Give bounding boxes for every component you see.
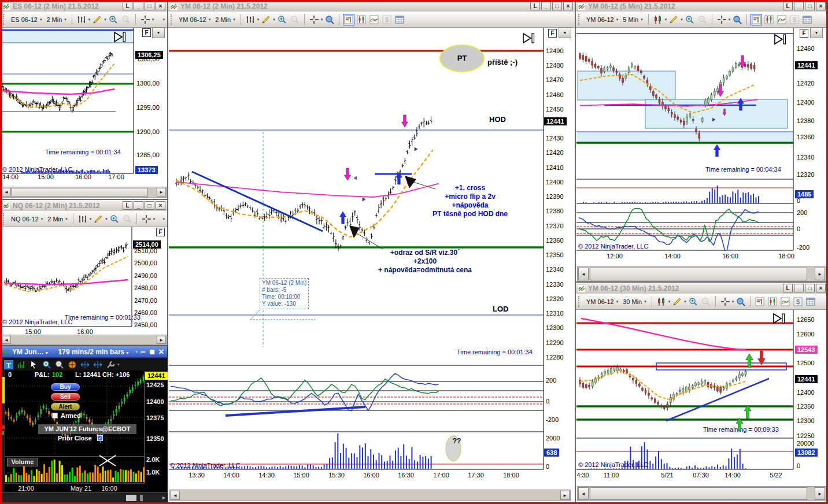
region-highlight-icon[interactable] bbox=[754, 296, 766, 307]
chart-style-icon[interactable] bbox=[245, 14, 256, 25]
instrument-selector[interactable]: YM 06-12▾ bbox=[585, 297, 620, 306]
instrument-selector[interactable]: YM 06-12▾ bbox=[585, 15, 620, 24]
maximize-button[interactable]: □ bbox=[805, 284, 815, 292]
chevron-down-icon[interactable]: ▾ bbox=[641, 17, 643, 22]
ym30-hscrollbar[interactable]: ◄ ► bbox=[577, 486, 826, 501]
armed-checkbox[interactable] bbox=[52, 413, 58, 418]
chevron-down-icon[interactable]: ▾ bbox=[90, 217, 92, 221]
region-highlight-icon[interactable] bbox=[751, 14, 762, 25]
chevron-down-icon[interactable]: ▾ bbox=[65, 217, 68, 221]
minimize-button[interactable]: _ bbox=[794, 2, 804, 10]
pointer-tool-icon[interactable] bbox=[28, 359, 40, 370]
zoom-in-icon[interactable] bbox=[109, 213, 120, 225]
titlebar-nq[interactable]: NQ 06-12 (2 Min) 21.5.2012 L _ □ × bbox=[1, 200, 167, 212]
settings-wrench-icon[interactable] bbox=[105, 359, 116, 370]
chevron-down-icon[interactable]: ▾ bbox=[117, 362, 120, 367]
chevron-down-icon[interactable]: ▾ bbox=[732, 299, 734, 304]
maximize-button[interactable]: □ bbox=[145, 201, 154, 210]
text-tool-icon[interactable] bbox=[3, 359, 14, 370]
draw-pencil-icon[interactable] bbox=[671, 296, 683, 307]
chevron-down-icon[interactable]: ▾ bbox=[233, 17, 235, 22]
zoom-in-icon[interactable] bbox=[108, 14, 119, 25]
link-button[interactable]: L bbox=[783, 2, 793, 10]
zoom-in-icon[interactable] bbox=[684, 14, 696, 25]
data-box-icon[interactable] bbox=[324, 14, 335, 25]
target-icon[interactable] bbox=[66, 359, 78, 370]
minimize-button[interactable]: – bbox=[139, 347, 147, 357]
minimize-button[interactable]: _ bbox=[134, 201, 143, 210]
dollar-icon[interactable] bbox=[381, 14, 393, 25]
crosshair-icon[interactable] bbox=[141, 213, 152, 225]
chevron-down-icon[interactable]: ▾ bbox=[153, 217, 156, 221]
zoom-out-icon[interactable] bbox=[289, 14, 301, 25]
dom-symbol-dropdown[interactable]: YM Jun… ▾ bbox=[12, 348, 48, 356]
close-button[interactable]: × bbox=[157, 347, 165, 357]
close-button[interactable]: × bbox=[156, 2, 165, 10]
link-button[interactable]: L bbox=[783, 284, 793, 292]
ym2-focus-button[interactable]: F bbox=[548, 29, 557, 38]
titlebar-ym5[interactable]: YM 06-12 (5 Min) 21.5.2012 L _ □ × bbox=[576, 1, 827, 12]
ym2-dropdown-button[interactable]: ▾ bbox=[559, 27, 571, 38]
chevron-down-icon[interactable]: ▾ bbox=[104, 17, 106, 22]
ym5-focus-button[interactable]: F bbox=[800, 29, 808, 38]
indicator-panel-icon[interactable] bbox=[368, 14, 380, 25]
scroll-left-button[interactable]: ◄ bbox=[578, 268, 589, 280]
es-hscrollbar[interactable]: ◄ ► bbox=[1, 187, 167, 198]
scroll-right-button[interactable]: ► bbox=[157, 188, 166, 197]
toolbar-overflow-icon[interactable]: ▾ bbox=[162, 217, 165, 221]
zoom-out-icon[interactable] bbox=[54, 359, 65, 370]
chevron-down-icon[interactable]: ▾ bbox=[665, 17, 667, 22]
scroll-right-button[interactable]: ► bbox=[157, 336, 166, 344]
zoom-out-icon[interactable] bbox=[120, 14, 132, 25]
crosshair-icon[interactable] bbox=[719, 296, 731, 307]
draw-pencil-icon[interactable] bbox=[91, 14, 103, 25]
data-box-icon[interactable] bbox=[735, 296, 746, 307]
zoom-in-icon[interactable] bbox=[687, 296, 699, 307]
report-grid-icon[interactable] bbox=[805, 296, 816, 307]
scroll-left-button[interactable]: ◄ bbox=[2, 188, 11, 197]
close-button[interactable]: × bbox=[816, 2, 826, 10]
pan-left-right-icon[interactable] bbox=[79, 359, 91, 370]
minimize-button[interactable]: _ bbox=[794, 284, 804, 292]
scroll-thumb[interactable] bbox=[12, 188, 148, 197]
chevron-down-icon[interactable]: ▾ bbox=[644, 299, 646, 304]
titlebar-dom[interactable]: YM Jun… ▾ 179 mins/2 min bars ▾ ▾ – ■ × bbox=[1, 346, 167, 358]
chevron-down-icon[interactable]: ▾ bbox=[209, 17, 211, 22]
bar-spacing-icon[interactable] bbox=[356, 14, 367, 25]
draw-pencil-icon[interactable] bbox=[93, 213, 104, 225]
nq-focus-button[interactable]: F bbox=[156, 228, 165, 236]
chevron-down-icon[interactable]: ▾ bbox=[105, 217, 108, 221]
instrument-selector[interactable]: YM 06-12▾ bbox=[177, 15, 212, 24]
crosshair-icon[interactable] bbox=[308, 14, 320, 25]
indicator-panel-icon[interactable] bbox=[779, 296, 791, 307]
chart-style-icon[interactable] bbox=[652, 14, 664, 25]
chevron-down-icon[interactable]: ▾ bbox=[64, 17, 66, 22]
chevron-down-icon[interactable]: ▾ bbox=[684, 299, 686, 304]
scroll-right-button[interactable]: ► bbox=[161, 495, 167, 501]
chart-style-icon[interactable] bbox=[76, 14, 87, 25]
pan-left-right-icon[interactable] bbox=[92, 359, 104, 370]
bar-spacing-icon[interactable] bbox=[763, 14, 775, 25]
bar-spacing-icon[interactable] bbox=[767, 296, 778, 307]
draw-pencil-icon[interactable] bbox=[260, 14, 272, 25]
zoom-out-icon[interactable] bbox=[121, 213, 133, 225]
instrument-selector[interactable]: NQ 06-12▾ bbox=[9, 214, 45, 224]
data-box-icon[interactable] bbox=[731, 14, 743, 25]
ym5-hscrollbar[interactable]: ◄ ► bbox=[577, 266, 826, 281]
dom-timeframe-dropdown[interactable]: 179 mins/2 min bars ▾ bbox=[58, 348, 129, 356]
interval-selector[interactable]: 2 Min▾ bbox=[45, 15, 68, 24]
draw-pencil-icon[interactable] bbox=[668, 14, 679, 25]
prior-close-checkbox[interactable]: ✓ bbox=[97, 435, 103, 441]
chevron-down-icon[interactable]: ▾ bbox=[321, 17, 323, 22]
toolbar-grip[interactable] bbox=[578, 14, 582, 25]
toolbar-grip[interactable] bbox=[3, 14, 6, 25]
interval-selector[interactable]: 5 Min▾ bbox=[621, 15, 644, 24]
scroll-left-button[interactable]: ◄ bbox=[171, 491, 180, 500]
link-button[interactable]: L bbox=[530, 2, 540, 10]
scroll-right-button[interactable]: ► bbox=[815, 268, 825, 280]
bar-chart-icon[interactable] bbox=[16, 359, 27, 370]
chart-style-icon[interactable] bbox=[77, 213, 88, 225]
scroll-thumb[interactable] bbox=[590, 487, 807, 500]
chevron-down-icon[interactable]: ▾ bbox=[273, 17, 275, 22]
es-focus-button[interactable]: F bbox=[142, 28, 151, 37]
